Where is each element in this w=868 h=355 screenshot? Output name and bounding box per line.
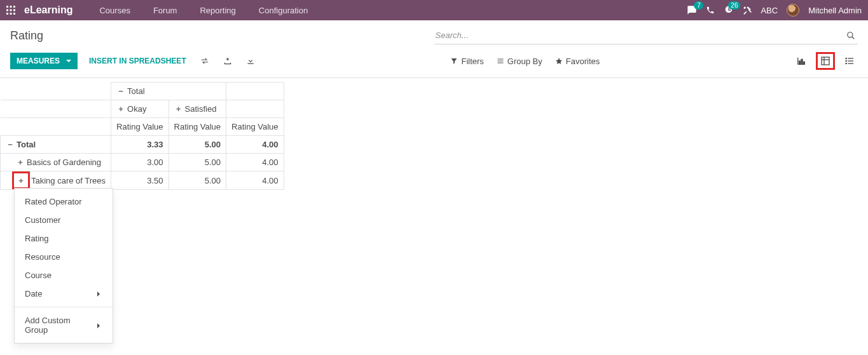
dropdown-item-rating[interactable]: Rating xyxy=(15,229,113,248)
company-switcher[interactable]: ABC xyxy=(761,6,778,15)
cell: 3.00 xyxy=(111,154,169,171)
svg-rect-2 xyxy=(13,6,15,8)
nav-link-configuration[interactable]: Configuration xyxy=(250,6,317,15)
nav-link-courses[interactable]: Courses xyxy=(90,6,139,15)
svg-point-24 xyxy=(846,60,846,61)
svg-line-10 xyxy=(852,36,855,39)
graph-view-icon[interactable] xyxy=(793,54,809,68)
cell: 5.00 xyxy=(169,171,226,190)
messaging-badge: 7 xyxy=(694,1,703,10)
chevron-right-icon xyxy=(95,289,102,298)
expand-row-highlight[interactable]: + xyxy=(12,171,30,189)
measures-button[interactable]: MEASURES xyxy=(10,53,78,69)
svg-rect-4 xyxy=(10,10,12,11)
col-group-satisfied[interactable]: +Satisfied xyxy=(169,100,226,118)
col-blank-3 xyxy=(226,100,284,118)
nav-link-forum[interactable]: Forum xyxy=(144,6,186,15)
activity-badge: 26 xyxy=(728,1,740,10)
download-icon[interactable] xyxy=(244,54,258,68)
favorites-label: Favorites xyxy=(566,57,600,66)
svg-rect-1 xyxy=(10,6,12,8)
cp-left: MEASURES INSERT IN SPREADSHEET xyxy=(10,53,258,69)
measure-label-3: Rating Value xyxy=(226,118,284,136)
dropdown-item-resource[interactable]: Resource xyxy=(15,248,113,266)
apps-icon[interactable] xyxy=(6,6,15,15)
total-okay: 3.33 xyxy=(111,136,169,154)
groupby-label: Group By xyxy=(507,57,542,66)
avatar[interactable] xyxy=(787,4,799,17)
pivot-corner xyxy=(1,83,111,100)
svg-rect-14 xyxy=(799,61,801,64)
list-view-icon[interactable] xyxy=(841,54,858,68)
row-taking-care-trees[interactable]: +Taking care of Trees xyxy=(1,171,111,190)
svg-rect-16 xyxy=(803,62,804,64)
col-group-okay[interactable]: +Okay xyxy=(111,100,169,118)
favorites-button[interactable]: Favorites xyxy=(555,57,600,66)
svg-rect-8 xyxy=(13,13,15,15)
header-row: Rating xyxy=(0,20,868,47)
messaging-icon[interactable]: 7 xyxy=(687,5,697,15)
pivot-view-icon[interactable] xyxy=(816,52,835,70)
svg-rect-7 xyxy=(10,13,12,15)
search-icon[interactable] xyxy=(844,29,858,43)
search-input[interactable] xyxy=(434,27,844,44)
col-last-blank xyxy=(226,83,284,100)
measure-label-1: Rating Value xyxy=(111,118,169,136)
dropdown-item-add-custom[interactable]: Add Custom Group xyxy=(15,311,113,339)
total-satisfied: 5.00 xyxy=(169,136,226,154)
insert-spreadsheet-button[interactable]: INSERT IN SPREADSHEET xyxy=(86,53,189,69)
pivot-corner2 xyxy=(1,100,111,118)
row-basics-gardening[interactable]: +Basics of Gardening xyxy=(1,154,111,171)
table-row: +Basics of Gardening 3.00 5.00 4.00 xyxy=(1,154,284,171)
top-navbar: eLearning Courses Forum Reporting Config… xyxy=(0,0,868,20)
svg-rect-5 xyxy=(13,10,15,11)
dropdown-item-rated-operator[interactable]: Rated Operator xyxy=(15,192,113,211)
control-panel: MEASURES INSERT IN SPREADSHEET Filters G… xyxy=(0,47,868,78)
tools-icon[interactable] xyxy=(743,6,752,15)
svg-rect-0 xyxy=(6,6,8,8)
cp-right xyxy=(793,52,858,70)
filters-label: Filters xyxy=(461,57,483,66)
brand-title[interactable]: eLearning xyxy=(24,4,72,16)
dropdown-item-date[interactable]: Date xyxy=(15,285,113,303)
dropdown-item-customer[interactable]: Customer xyxy=(15,211,113,229)
phone-icon[interactable] xyxy=(706,6,715,15)
svg-rect-17 xyxy=(822,57,829,65)
total-grand: 4.00 xyxy=(226,136,284,154)
svg-rect-15 xyxy=(801,59,803,64)
groupby-button[interactable]: Group By xyxy=(497,57,542,66)
row-total-header[interactable]: −Total xyxy=(1,136,111,154)
flip-axis-icon[interactable] xyxy=(198,54,212,68)
dropdown-separator xyxy=(15,307,113,307)
col-total-header[interactable]: −Total xyxy=(111,83,226,100)
search-wrap xyxy=(434,27,858,44)
svg-point-25 xyxy=(846,63,846,64)
pivot-corner3 xyxy=(1,118,111,136)
cp-center: Filters Group By Favorites xyxy=(450,57,600,66)
nav-right: 7 26 ABC Mitchell Admin xyxy=(687,4,862,17)
chevron-right-icon xyxy=(95,321,102,330)
expand-all-icon[interactable] xyxy=(221,54,235,68)
nav-link-reporting[interactable]: Reporting xyxy=(191,6,244,15)
activity-icon[interactable]: 26 xyxy=(724,5,734,15)
measure-label-2: Rating Value xyxy=(169,118,226,136)
svg-point-9 xyxy=(848,32,853,37)
filters-button[interactable]: Filters xyxy=(450,57,483,66)
user-name[interactable]: Mitchell Admin xyxy=(808,6,862,15)
page-title: Rating xyxy=(10,29,43,43)
cell: 4.00 xyxy=(226,171,284,190)
svg-point-23 xyxy=(846,58,846,58)
table-row: +Taking care of Trees 3.50 5.00 4.00 xyxy=(1,171,284,190)
svg-rect-6 xyxy=(6,13,8,15)
cell: 4.00 xyxy=(226,154,284,171)
groupby-dropdown: Rated Operator Customer Rating Resource … xyxy=(14,188,113,344)
svg-rect-3 xyxy=(6,10,8,11)
cell: 5.00 xyxy=(169,154,226,171)
pivot-table: −Total +Okay +Satisfied Rating Value Rat… xyxy=(0,78,284,190)
dropdown-item-course[interactable]: Course xyxy=(15,266,113,285)
cell: 3.50 xyxy=(111,171,169,190)
